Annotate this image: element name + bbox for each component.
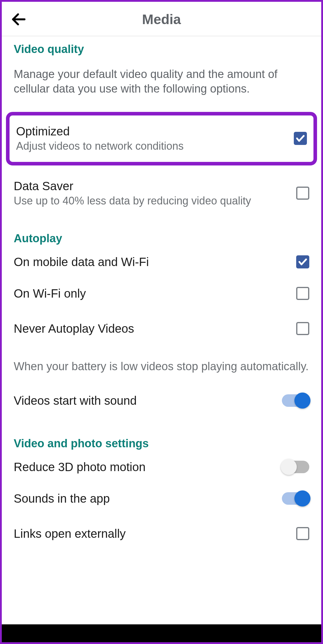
toggle-sounds-in-app[interactable]	[282, 492, 309, 505]
option-title: Data Saver	[14, 179, 290, 193]
option-autoplay-never[interactable]: Never Autoplay Videos	[2, 311, 321, 346]
checkbox-autoplay-never[interactable]	[296, 322, 309, 335]
section-header-video-photo: Video and photo settings	[2, 432, 321, 453]
option-title: Reduce 3D photo motion	[14, 459, 146, 474]
toggle-knob	[294, 393, 310, 409]
toggle-knob	[281, 459, 297, 475]
option-title: Never Autoplay Videos	[14, 321, 134, 336]
settings-content: Video quality Manage your default video …	[2, 36, 321, 624]
toggle-knob	[294, 490, 310, 507]
checkbox-links-external[interactable]	[296, 527, 309, 540]
page-title: Media	[10, 11, 313, 27]
option-optimized[interactable]: Optimized Adjust videos to network condi…	[6, 112, 317, 165]
checkbox-autoplay-wifi-only[interactable]	[296, 287, 309, 300]
option-sounds-in-app[interactable]: Sounds in the app	[2, 481, 321, 516]
section-description: Manage your default video quality and th…	[2, 59, 321, 102]
back-button[interactable]	[10, 11, 27, 28]
option-reduce-3d[interactable]: Reduce 3D photo motion	[2, 453, 321, 481]
checkbox-data-saver[interactable]	[296, 187, 309, 200]
option-title: Videos start with sound	[14, 393, 137, 408]
check-icon	[295, 133, 305, 143]
autoplay-hint: When your battery is low videos stop pla…	[2, 346, 321, 383]
section-header-autoplay: Autoplay	[2, 227, 321, 248]
option-title: On mobile data and Wi-Fi	[14, 254, 149, 269]
option-subtitle: Adjust videos to network conditions	[16, 139, 288, 153]
app-header: Media	[2, 2, 321, 36]
option-links-external[interactable]: Links open externally	[2, 516, 321, 551]
option-title: Optimized	[16, 124, 288, 139]
checkbox-optimized[interactable]	[294, 132, 307, 145]
option-data-saver[interactable]: Data Saver Use up to 40% less data by re…	[2, 168, 321, 218]
option-autoplay-wifi-only[interactable]: On Wi-Fi only	[2, 276, 321, 311]
check-icon	[298, 257, 308, 267]
arrow-left-icon	[10, 11, 27, 28]
toggle-reduce-3d[interactable]	[282, 461, 309, 473]
toggle-videos-sound[interactable]	[282, 394, 309, 407]
nav-bar	[2, 624, 321, 642]
section-header-video-quality: Video quality	[2, 37, 321, 59]
option-videos-sound[interactable]: Videos start with sound	[2, 383, 321, 418]
option-title: On Wi-Fi only	[14, 286, 86, 301]
option-title: Links open externally	[14, 526, 126, 541]
option-autoplay-mobile-wifi[interactable]: On mobile data and Wi-Fi	[2, 248, 321, 276]
option-subtitle: Use up to 40% less data by reducing vide…	[14, 194, 290, 208]
checkbox-autoplay-mobile-wifi[interactable]	[296, 255, 309, 268]
option-title: Sounds in the app	[14, 491, 110, 506]
